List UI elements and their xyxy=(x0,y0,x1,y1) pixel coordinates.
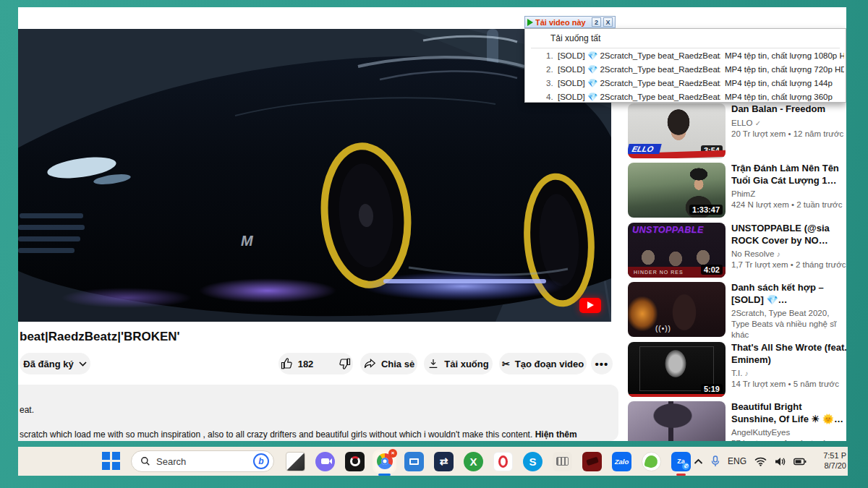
download-icon xyxy=(427,358,439,369)
search-icon xyxy=(140,456,150,466)
video-thumbnail[interactable]: 1:33:47 xyxy=(628,163,726,218)
idm-item-2[interactable]: 2. [SOLD] 💎 2Scratch_Type beat_RaedzBeat… xyxy=(525,63,846,77)
video-chat-app-icon[interactable] xyxy=(315,452,335,471)
related-meta: 1,7 Tr lượt xem • 2 tháng trước xyxy=(731,260,846,269)
verified-icon: ✓ xyxy=(755,119,761,127)
chevron-down-icon xyxy=(79,361,87,367)
related-title[interactable]: Dan Balan - Freedom xyxy=(731,103,846,116)
related-title[interactable]: Trận Đánh Làm Nên Tên Tuổi Gia Cát Lượng… xyxy=(731,163,846,187)
more-actions-button[interactable]: ••• xyxy=(591,353,613,374)
input-keyboard-icon[interactable] xyxy=(553,452,572,471)
coccoc-icon[interactable] xyxy=(642,452,661,471)
taskbar-clock[interactable]: 7:51 P 8/7/20 xyxy=(814,451,846,471)
zalo-icon[interactable]: Zalo xyxy=(612,452,631,471)
divider xyxy=(531,48,840,48)
system-tray: ENG 7:51 P 8/7/20 xyxy=(694,447,848,476)
video-thumbnail[interactable]: UNSTOPPABLE HINDER NO RES 4:02 xyxy=(628,223,726,278)
music-note-icon: ♪ xyxy=(745,369,749,377)
music-note-icon: ♪ xyxy=(777,250,780,258)
related-video-5[interactable]: 5:19 That's All She Wrote (feat. Eminem)… xyxy=(628,342,846,398)
duration-badge: 3:54 xyxy=(701,145,723,155)
create-clip-button[interactable]: ✂ Tạo đoạn video xyxy=(499,353,587,374)
show-more-link[interactable]: Hiện thêm xyxy=(535,429,577,440)
video-thumbnail[interactable]: 5:19 xyxy=(628,342,726,397)
taskbar: Search b × ⇄ X S Zalo Za✆ ENG xyxy=(18,447,848,476)
related-video-6[interactable]: Beautiful Bright Sunshine, Of Life ☀ 🌞 [… xyxy=(628,401,846,441)
youtube-logo[interactable] xyxy=(579,298,601,313)
battery-icon[interactable] xyxy=(793,458,807,466)
related-title[interactable]: Danh sách kết hợp – [SOLD] 💎 2Scratch|Ty… xyxy=(731,282,846,306)
dislike-button[interactable] xyxy=(331,353,358,374)
scissors-icon: ✂ xyxy=(502,359,510,369)
related-video-4[interactable]: ((•)) Danh sách kết hợp – [SOLD] 💎 2Scra… xyxy=(628,282,846,338)
description-line-2: scratch which load me with so much inspi… xyxy=(20,429,605,440)
car-video-frame xyxy=(18,29,611,322)
idm-item-4[interactable]: 4. [SOLD] 💎 2Scratch_Type beat_RaedzBeat… xyxy=(525,90,846,104)
skype-icon[interactable]: S xyxy=(523,452,542,471)
related-video-3[interactable]: UNSTOPPABLE HINDER NO RES 4:02 UNSTOPPAB… xyxy=(628,223,846,279)
related-video-2[interactable]: 1:33:47 Trận Đánh Làm Nên Tên Tuổi Gia C… xyxy=(628,163,846,219)
related-video-1[interactable]: ELLO 3:54 Dan Balan - Freedom ELLO ✓ 20 … xyxy=(628,103,846,160)
thumbs-down-icon xyxy=(338,357,351,370)
clock-time: 7:51 P xyxy=(823,451,846,460)
description-box[interactable]: eat. scratch which load me with so much … xyxy=(18,385,618,441)
thumb-label: ELLO xyxy=(628,144,662,154)
related-meta: 20 Tr lượt xem • 12 năm trước xyxy=(731,129,846,138)
video-title: beat|RaedzBeatz|'BROKEN' xyxy=(20,330,180,344)
related-title[interactable]: That's All She Wrote (feat. Eminem) xyxy=(731,342,846,366)
download-button[interactable]: Tải xuống xyxy=(424,353,493,374)
taskbar-search[interactable]: Search b xyxy=(131,450,274,472)
related-channel[interactable]: PhimZ xyxy=(731,189,846,200)
idm-close-button[interactable]: X xyxy=(603,17,613,27)
snip-app-icon[interactable] xyxy=(286,452,305,471)
teamviewer-icon[interactable]: ⇄ xyxy=(434,452,454,471)
share-icon xyxy=(363,358,376,369)
camera-app-icon[interactable] xyxy=(345,452,365,471)
clock-date: 8/7/20 xyxy=(824,461,846,470)
notification-badge: × xyxy=(388,449,397,458)
car-door-watermark: M xyxy=(241,233,253,249)
idm-item-3[interactable]: 3. [SOLD] 💎 2Scratch_Type beat_RaedzBeat… xyxy=(525,77,846,90)
idm-download-tab[interactable]: Tải video này 2 X xyxy=(524,16,616,28)
related-title[interactable]: Beautiful Bright Sunshine, Of Life ☀ 🌞 [… xyxy=(731,401,846,425)
mix-playlist-icon: ((•)) xyxy=(655,325,671,333)
thumbs-up-icon xyxy=(281,357,294,370)
microphone-icon[interactable] xyxy=(711,455,720,467)
tray-chevron-up-icon[interactable] xyxy=(694,458,703,465)
description-line-1: eat. xyxy=(20,405,34,415)
xbox-icon[interactable]: X xyxy=(464,452,483,471)
share-button[interactable]: Chia sẻ xyxy=(360,353,417,374)
duration-badge: 1:33:47 xyxy=(689,205,723,215)
browser-page: M beat|RaedzBeatz|'BROKEN' Đã đăng ký 18… xyxy=(18,7,846,441)
video-thumbnail[interactable]: ((•)) xyxy=(628,282,726,337)
idm-item-1[interactable]: 1. [SOLD] 💎 2Scratch_Type beat_RaedzBeat… xyxy=(525,49,846,63)
subscribe-button[interactable]: Đã đăng ký xyxy=(20,353,90,374)
wifi-icon[interactable] xyxy=(754,457,767,466)
duration-badge: 5:19 xyxy=(701,384,723,394)
video-thumbnail[interactable] xyxy=(628,401,726,441)
play-icon xyxy=(527,19,533,26)
red-app-icon[interactable] xyxy=(582,452,602,471)
related-meta: 14 Tr lượt xem • 5 năm trước xyxy=(731,380,846,388)
chrome-icon[interactable]: × xyxy=(375,452,394,471)
opera-icon[interactable] xyxy=(493,452,513,471)
video-thumbnail[interactable]: ELLO 3:54 xyxy=(628,103,726,158)
ellipsis-icon: ••• xyxy=(595,358,609,370)
download-all-link[interactable]: Tải xuống tất xyxy=(550,33,600,43)
related-channel[interactable]: No Resolve ♪ xyxy=(731,249,846,260)
video-player[interactable]: M xyxy=(18,29,611,322)
like-button[interactable]: 182 xyxy=(273,353,321,374)
related-channel[interactable]: 2Scratch, Type Beat 2020, Type Beats và … xyxy=(731,308,846,341)
language-indicator[interactable]: ENG xyxy=(728,456,746,466)
related-title[interactable]: UNSTOPPABLE (@sia ROCK Cover by NO RESOL… xyxy=(731,223,846,247)
thumb-label: UNSTOPPABLE xyxy=(632,225,723,235)
related-channel[interactable]: T.I. ♪ xyxy=(731,368,846,379)
like-dislike-bar: 182 xyxy=(278,353,353,374)
speaker-icon[interactable] xyxy=(775,457,786,466)
remote-desktop-app-icon[interactable] xyxy=(404,452,424,471)
idm-options-button[interactable]: 2 xyxy=(592,17,601,27)
zalo-call-icon[interactable]: Za✆ xyxy=(671,452,691,471)
related-channel[interactable]: ELLO ✓ xyxy=(731,118,846,129)
start-button[interactable] xyxy=(102,452,121,471)
related-channel[interactable]: AngelKuttyEyes xyxy=(731,427,846,438)
